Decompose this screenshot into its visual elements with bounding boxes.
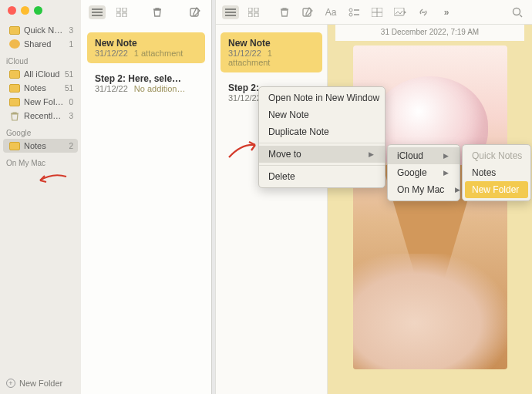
folder-icon — [9, 26, 20, 35]
sidebar-item-label: Notes — [24, 83, 46, 93]
new-folder-label: New Folder — [19, 379, 62, 388]
sidebar-item-newfolder[interactable]: New Fol… 0 — [3, 95, 78, 109]
menu-move-to[interactable]: Move to▶ — [259, 146, 385, 163]
note-card[interactable]: New Note 31/12/221 attachment — [221, 32, 322, 72]
chevron-right-icon: ▶ — [444, 186, 460, 194]
svg-point-14 — [513, 8, 520, 15]
sidebar-item-label: Shared — [24, 39, 51, 49]
menu-separator — [259, 143, 385, 143]
sidebar-item-shared[interactable]: Shared 1 — [3, 37, 78, 51]
sidebar-item-count: 51 — [65, 84, 73, 93]
note-title: New Note — [95, 38, 197, 49]
trash-icon — [9, 111, 20, 120]
table-icon[interactable] — [369, 5, 386, 19]
note-timestamp: 31 December 2022, 7:19 AM — [335, 25, 524, 41]
zoom-dot[interactable] — [34, 6, 42, 15]
sidebar-section-google: Google — [0, 123, 81, 139]
note-subline: 31/12/221 attachment — [228, 49, 315, 67]
svg-rect-7 — [248, 13, 252, 17]
svg-rect-2 — [116, 13, 120, 17]
sidebar-item-label: Recently… — [24, 111, 65, 120]
list-view-icon[interactable] — [89, 5, 106, 19]
svg-rect-8 — [254, 13, 258, 17]
submenu-google[interactable]: Google▶ — [388, 164, 460, 181]
minimize-dot[interactable] — [21, 6, 29, 15]
window-notes-sidebar: Quick No… 3 Shared 1 iCloud All iCloud 5… — [0, 0, 212, 394]
sidebar-item-label: New Fol… — [24, 97, 63, 106]
grid-view-icon[interactable] — [245, 5, 262, 19]
annotation-arrow — [37, 173, 68, 184]
more-icon[interactable]: » — [438, 5, 455, 19]
grid-view-icon[interactable] — [113, 5, 130, 19]
sidebar-item-count: 3 — [69, 26, 73, 35]
sidebar-item-allicloud[interactable]: All iCloud 51 — [3, 67, 78, 81]
folder-icon — [9, 98, 20, 106]
sidebar-item-label: All iCloud — [24, 69, 59, 79]
submenu-icloud[interactable]: iCloud▶ — [388, 147, 460, 164]
submenu-folders: Quick Notes Notes New Folder — [462, 144, 531, 201]
folder-icon — [9, 70, 20, 79]
trash-icon[interactable] — [276, 5, 293, 19]
menu-delete[interactable]: Delete — [259, 168, 385, 185]
submenu-accounts: iCloud▶ Google▶ On My Mac▶ — [387, 144, 460, 201]
new-folder-button[interactable]: + New Folder — [0, 374, 81, 394]
editor-toolbar: Aa » — [216, 0, 532, 25]
submenu-onmymac[interactable]: On My Mac▶ — [388, 181, 460, 198]
trash-icon[interactable] — [149, 5, 166, 19]
submenu-newfolder[interactable]: New Folder — [465, 181, 528, 198]
format-text-icon[interactable]: Aa — [322, 5, 339, 19]
svg-rect-1 — [123, 8, 126, 12]
chevron-right-icon: ▶ — [433, 169, 449, 177]
folders-sidebar: Quick No… 3 Shared 1 iCloud All iCloud 5… — [0, 0, 81, 394]
search-icon[interactable] — [509, 5, 526, 19]
sidebar-item-recently[interactable]: Recently… 3 — [3, 109, 78, 123]
svg-rect-5 — [248, 8, 252, 12]
sidebar-item-count: 1 — [69, 40, 73, 49]
note-title: Step 2: Here, sele… — [95, 73, 197, 84]
submenu-quicknotes: Quick Notes — [463, 147, 530, 164]
sidebar-item-label: Quick No… — [24, 25, 65, 35]
sidebar-item-notes[interactable]: Notes 51 — [3, 81, 78, 95]
sidebar-item-quicknotes[interactable]: Quick No… 3 — [3, 23, 78, 37]
sidebar-item-count: 51 — [65, 70, 73, 79]
notes-list-pane: New Note 31/12/221 attachment Step 2: He… — [81, 0, 211, 394]
sidebar-item-google-notes[interactable]: Notes 2 — [3, 139, 78, 153]
list-toolbar — [81, 0, 211, 25]
note-card[interactable]: Step 2: Here, sele… 31/12/22No addition… — [87, 68, 205, 99]
note-editor: 31 December 2022, 7:19 AM — [328, 25, 532, 394]
sidebar-item-count: 2 — [69, 142, 73, 150]
menu-new-note[interactable]: New Note — [259, 106, 385, 123]
folder-icon — [9, 84, 20, 93]
sidebar-item-count: 0 — [69, 98, 73, 106]
plus-circle-icon: + — [6, 379, 15, 388]
compose-icon[interactable] — [187, 5, 204, 19]
svg-rect-6 — [254, 8, 258, 12]
chevron-right-icon: ▶ — [358, 150, 374, 158]
window-notes-editor: Aa » New Note 31/12/221 attachment Step … — [215, 0, 532, 394]
svg-point-10 — [349, 8, 352, 12]
compose-icon[interactable] — [299, 5, 316, 19]
close-dot[interactable] — [8, 6, 16, 15]
menu-separator — [259, 165, 385, 166]
svg-rect-13 — [394, 8, 404, 15]
chevron-right-icon: ▶ — [433, 152, 449, 160]
sidebar-item-label: Notes — [24, 141, 46, 150]
submenu-notes[interactable]: Notes — [463, 164, 530, 181]
media-icon[interactable] — [392, 5, 409, 19]
menu-open-new-window[interactable]: Open Note in New Window — [259, 89, 385, 106]
checklist-icon[interactable] — [345, 5, 362, 19]
note-subline: 31/12/221 attachment — [95, 49, 197, 58]
svg-point-11 — [349, 13, 352, 16]
shared-icon — [9, 39, 20, 49]
window-controls — [8, 6, 42, 15]
note-subline: 31/12/22No addition… — [95, 84, 197, 93]
sidebar-section-onmymac: On My Mac — [0, 153, 81, 169]
link-icon[interactable] — [415, 5, 432, 19]
context-menu: Open Note in New Window New Note Duplica… — [258, 86, 386, 188]
note-card[interactable]: New Note 31/12/221 attachment — [87, 32, 205, 63]
svg-rect-0 — [116, 8, 120, 12]
menu-duplicate[interactable]: Duplicate Note — [259, 123, 385, 140]
list-view-icon[interactable] — [222, 5, 239, 19]
sidebar-item-count: 3 — [69, 112, 73, 120]
editor-notes-list: New Note 31/12/221 attachment Step 2: 31… — [216, 25, 328, 394]
